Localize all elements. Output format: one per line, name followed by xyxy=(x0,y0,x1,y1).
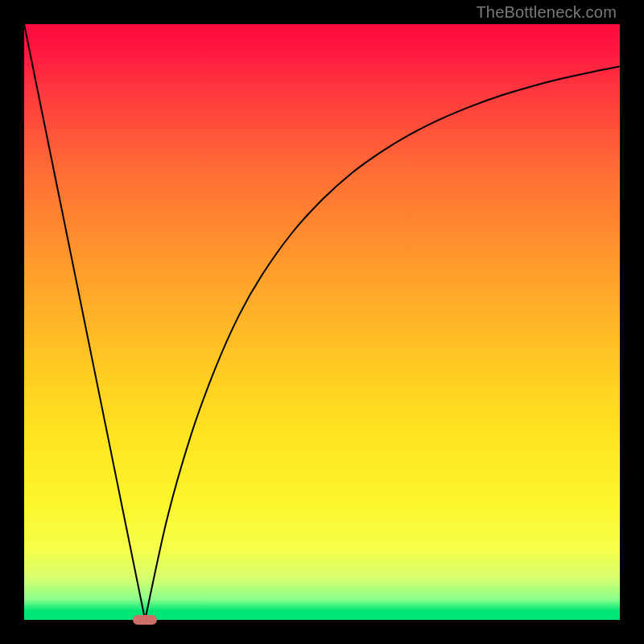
curve-left-branch xyxy=(24,24,145,620)
plot-area xyxy=(24,24,620,620)
curve-right-branch xyxy=(145,67,620,620)
attribution-label: TheBottleneck.com xyxy=(476,3,617,22)
min-point-marker xyxy=(133,615,157,625)
bottleneck-curve xyxy=(24,24,620,620)
